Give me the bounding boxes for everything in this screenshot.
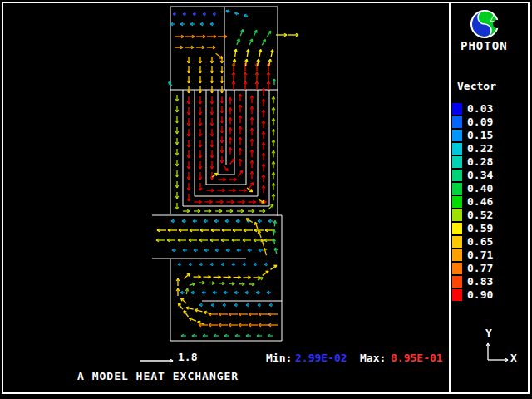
legend-swatch — [452, 143, 462, 155]
legend-value: 0.90 — [467, 289, 493, 301]
legend-value: 0.77 — [467, 263, 493, 274]
legend-swatch — [452, 156, 462, 168]
legend-value: 0.28 — [467, 156, 493, 168]
legend-value: 0.46 — [467, 196, 493, 208]
legend-swatch — [452, 130, 462, 141]
legend-swatch — [452, 249, 462, 261]
legend-swatch — [452, 183, 462, 195]
legend-swatch — [452, 263, 462, 274]
legend-swatch — [452, 116, 462, 128]
legend-value: 0.52 — [467, 209, 493, 221]
brand-label: PHOTON — [461, 40, 508, 52]
legend-swatch — [452, 276, 462, 288]
legend-swatch — [452, 289, 462, 301]
legend-value: 0.83 — [467, 276, 493, 288]
axis-x-label: X — [510, 352, 517, 364]
photon-logo-icon — [469, 8, 500, 40]
min-label: Min: — [266, 352, 292, 364]
plot-title: A MODEL HEAT EXCHANGER — [77, 371, 239, 382]
legend-value: 0.34 — [467, 170, 493, 181]
legend-value: 0.15 — [467, 130, 493, 141]
legend-swatch — [452, 196, 462, 208]
legend-value: 0.09 — [467, 116, 493, 128]
legend-swatch — [452, 209, 462, 221]
max-label: Max: — [360, 352, 386, 364]
legend-value: 0.59 — [467, 223, 493, 234]
scale-value: 1.8 — [178, 352, 197, 363]
legend-swatch — [452, 236, 462, 248]
photon-window: PHOTON Vector 0.030.090.150.220.280.340.… — [0, 0, 532, 399]
legend-value: 0.22 — [467, 143, 493, 155]
max-value: 8.95E-01 — [391, 352, 443, 364]
axis-y-label: Y — [485, 328, 492, 339]
legend-value: 0.03 — [467, 103, 493, 115]
legend-swatch — [452, 170, 462, 181]
legend-swatch — [452, 223, 462, 234]
min-value: 2.99E-02 — [295, 352, 347, 364]
legend-value: 0.71 — [467, 249, 493, 261]
legend-value: 0.40 — [467, 183, 493, 195]
legend-title: Vector — [457, 81, 496, 92]
legend-swatch — [452, 103, 462, 115]
legend-value: 0.65 — [467, 236, 493, 248]
